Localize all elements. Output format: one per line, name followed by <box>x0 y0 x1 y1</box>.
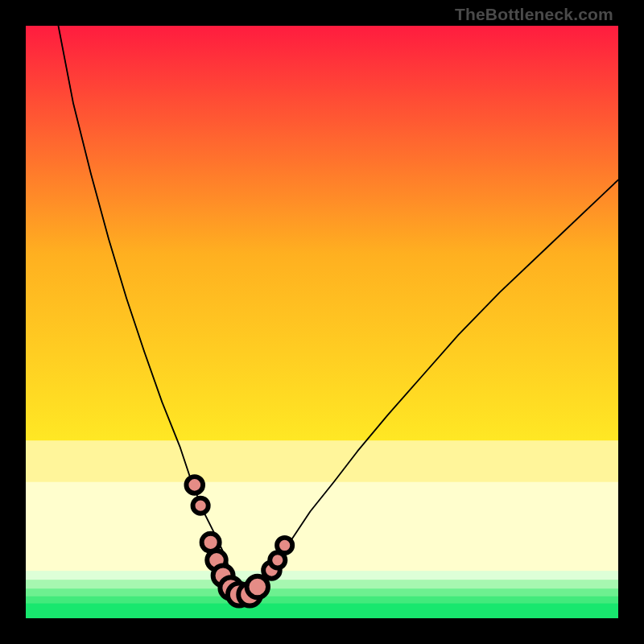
data-marker <box>247 576 268 597</box>
data-marker <box>186 477 203 493</box>
data-marker <box>193 498 208 514</box>
outer-frame: TheBottleneck.com <box>0 0 644 644</box>
bottleneck-curve <box>26 26 618 618</box>
plot-area <box>26 26 618 618</box>
watermark-text: TheBottleneck.com <box>455 5 613 24</box>
curve-path <box>58 26 618 595</box>
data-marker <box>277 538 292 553</box>
